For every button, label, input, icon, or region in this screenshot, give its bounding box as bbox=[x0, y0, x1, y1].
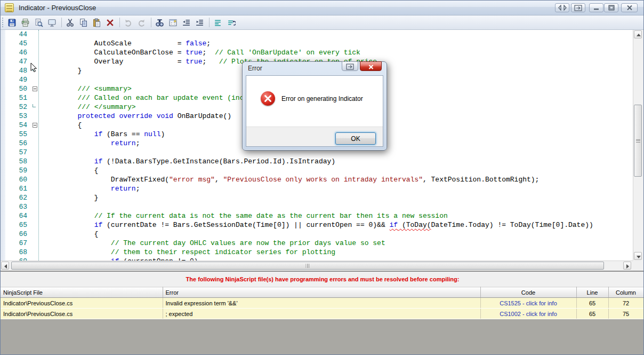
code-line[interactable]: 66 { bbox=[1, 230, 593, 239]
redo-button[interactable] bbox=[135, 17, 149, 29]
dialog-send-to-window-button[interactable] bbox=[342, 61, 358, 71]
title-bar: Indicator - PreviousClose bbox=[1, 1, 644, 15]
print-preview-button[interactable] bbox=[33, 17, 46, 29]
cell-error: ; expected bbox=[163, 309, 480, 319]
code-line[interactable]: 46 CalculateOnBarClose = true; // Call '… bbox=[1, 48, 593, 57]
indent-button[interactable] bbox=[194, 17, 207, 29]
code-line[interactable]: 69 if (currentOpen != 0) bbox=[1, 257, 593, 261]
uncomment-button[interactable] bbox=[225, 17, 238, 29]
comment-button[interactable] bbox=[212, 17, 225, 29]
code-token: "error msg" bbox=[169, 176, 215, 184]
error-row[interactable]: Indicator\PreviousClose.csInvalid expres… bbox=[1, 298, 643, 309]
code-token bbox=[44, 94, 77, 102]
column-header-line[interactable]: Line bbox=[576, 287, 608, 298]
line-number: 50 bbox=[1, 84, 31, 93]
line-number: 54 bbox=[1, 121, 31, 130]
column-header-column[interactable]: Column bbox=[608, 287, 643, 298]
code-token bbox=[44, 103, 77, 111]
code-line[interactable]: 59 { bbox=[1, 166, 593, 175]
vertical-scroll-thumb[interactable] bbox=[634, 105, 642, 177]
maximize-button[interactable] bbox=[604, 3, 618, 12]
horizontal-scroll-thumb[interactable] bbox=[11, 262, 604, 270]
code-token: } bbox=[44, 67, 82, 75]
error-red-x-icon bbox=[261, 91, 275, 106]
fold-margin[interactable] bbox=[31, 121, 44, 130]
code-line[interactable]: 44 bbox=[1, 30, 593, 39]
ok-button[interactable]: OK bbox=[335, 132, 376, 145]
line-number: 56 bbox=[1, 139, 31, 148]
scroll-down-button[interactable] bbox=[634, 252, 642, 260]
toolbar-separator bbox=[119, 18, 120, 27]
code-token: DrawTextFixed( bbox=[44, 176, 169, 184]
delete-button[interactable] bbox=[104, 17, 117, 29]
dialog-close-button[interactable] bbox=[360, 61, 382, 71]
line-number: 59 bbox=[1, 166, 31, 175]
cell-line: 65 bbox=[576, 309, 608, 319]
code-line[interactable]: 63 bbox=[1, 202, 593, 211]
close-icon bbox=[368, 64, 374, 70]
line-number: 60 bbox=[1, 175, 31, 184]
code-token: if bbox=[94, 130, 103, 138]
close-button[interactable] bbox=[621, 3, 638, 12]
code-token: { bbox=[44, 230, 98, 238]
fold-margin bbox=[31, 39, 44, 48]
column-header-code[interactable]: Code bbox=[480, 287, 576, 298]
print-button[interactable] bbox=[19, 17, 33, 29]
code-line[interactable]: 62 } bbox=[1, 193, 593, 202]
fold-collapse-icon[interactable] bbox=[33, 123, 37, 128]
code-line[interactable]: 67 // The current day OHLC values are no… bbox=[1, 239, 593, 248]
fold-margin bbox=[31, 112, 44, 121]
comment-icon bbox=[213, 18, 222, 27]
toolbar bbox=[1, 15, 644, 30]
cell-code[interactable]: CS1002 - click for info bbox=[480, 309, 576, 319]
code-token: ; bbox=[202, 58, 219, 66]
line-number: 49 bbox=[1, 75, 31, 84]
paste-button[interactable] bbox=[91, 17, 104, 29]
scroll-up-button[interactable] bbox=[634, 30, 642, 38]
code-line[interactable]: 65 if (currentDate != Bars.GetSessionDat… bbox=[1, 220, 593, 230]
code-line[interactable]: 45 AutoScale = false; bbox=[1, 39, 593, 48]
minimize-button[interactable] bbox=[589, 3, 603, 12]
toolbar-grip[interactable] bbox=[2, 18, 4, 27]
code-token: if bbox=[94, 221, 103, 229]
undo-button[interactable] bbox=[122, 17, 135, 29]
column-header-error[interactable]: Error bbox=[163, 287, 480, 298]
dock-arrows-button[interactable] bbox=[555, 3, 569, 12]
horizontal-scrollbar bbox=[1, 261, 633, 271]
error-dialog-title: Error bbox=[248, 65, 262, 72]
send-to-window-button[interactable] bbox=[571, 3, 585, 12]
compile-button[interactable] bbox=[46, 17, 59, 29]
outdent-button[interactable] bbox=[180, 17, 194, 29]
cut-button[interactable] bbox=[64, 17, 77, 29]
code-line[interactable]: 60 DrawTextFixed("error msg", "PreviousC… bbox=[1, 175, 593, 184]
template-button[interactable] bbox=[167, 17, 180, 29]
fold-margin[interactable] bbox=[31, 84, 44, 93]
code-line[interactable]: 58 if (!Data.BarsType.GetInstance(Bars.P… bbox=[1, 157, 593, 166]
save-button[interactable] bbox=[6, 17, 19, 29]
scroll-right-button[interactable] bbox=[623, 262, 631, 270]
scroll-left-button[interactable] bbox=[1, 262, 9, 270]
copy-button[interactable] bbox=[77, 17, 91, 29]
paste-icon bbox=[92, 18, 101, 27]
find-button[interactable] bbox=[154, 17, 167, 29]
cell-code[interactable]: CS1525 - click for info bbox=[480, 298, 576, 309]
fold-margin bbox=[31, 139, 44, 148]
error-row[interactable]: Indicator\PreviousClose.cs; expectedCS10… bbox=[1, 309, 643, 319]
mouse-cursor-icon bbox=[30, 62, 37, 73]
line-number: 45 bbox=[1, 39, 31, 48]
code-line[interactable]: 68 // them to their respect indicator se… bbox=[1, 248, 593, 257]
column-header-ninjascript-file[interactable]: NinjaScript File bbox=[1, 287, 163, 298]
code-line[interactable]: 64 // If the current data is not the sam… bbox=[1, 211, 593, 220]
toolbar-separator bbox=[151, 18, 151, 27]
code-line[interactable]: 61 return; bbox=[1, 184, 593, 193]
fold-margin bbox=[31, 220, 44, 230]
code-token bbox=[44, 112, 77, 120]
code-token: Overlay = bbox=[44, 58, 186, 66]
fold-margin bbox=[31, 184, 44, 193]
code-token: { bbox=[44, 167, 98, 175]
fold-collapse-icon[interactable] bbox=[33, 86, 37, 91]
code-token: ; bbox=[206, 40, 211, 48]
delete-icon bbox=[106, 18, 115, 27]
fold-margin[interactable] bbox=[31, 102, 44, 112]
line-number: 46 bbox=[1, 48, 31, 57]
